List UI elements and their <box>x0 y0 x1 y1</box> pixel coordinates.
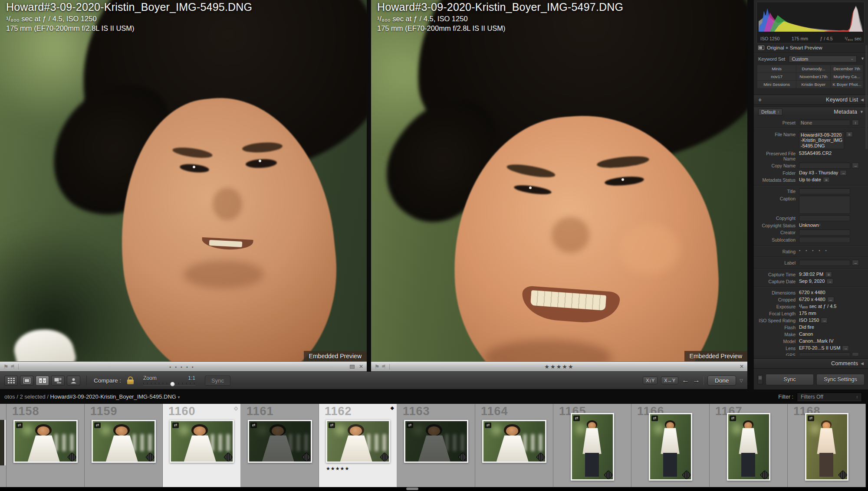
survey-view-button[interactable] <box>51 376 65 386</box>
up-down-icon[interactable]: ↕ <box>819 223 821 227</box>
smart-preview-status[interactable]: Original + Smart Preview <box>758 45 822 50</box>
breadcrumb[interactable]: otos / 2 selected / Howard#3-09-2020-Kri… <box>4 393 180 400</box>
keyword-cell[interactable]: Mini Sessions <box>757 81 796 88</box>
filmstrip-cell[interactable]: 1161 ⇄ <box>241 404 319 487</box>
filter-dropdown[interactable]: Filters Off ↕ <box>797 393 862 401</box>
metadata-view-selector[interactable]: Default ↕ <box>758 108 783 115</box>
filmstrip-scrollbar-handle[interactable] <box>406 488 418 490</box>
keyword-set-caret-icon[interactable]: ▼ <box>861 56 865 61</box>
field-action-icon[interactable]: ≡ <box>825 272 832 277</box>
field-action-icon[interactable]: → <box>827 297 834 302</box>
collection-badge-icon[interactable]: ⇄ <box>329 422 335 428</box>
zoom-ratio[interactable]: 1:1 <box>188 375 195 381</box>
swap-select-candidate-button[interactable]: X↕Y <box>643 376 658 384</box>
reject-flag-icon[interactable]: ⚑ <box>10 364 15 370</box>
collection-badge-icon[interactable]: ⇄ <box>651 416 658 421</box>
field-action-icon[interactable]: → <box>852 163 859 168</box>
autosync-toggle[interactable] <box>757 375 763 384</box>
field-action-icon[interactable]: → <box>826 278 833 284</box>
keyword-cell[interactable]: Minis <box>757 65 796 72</box>
filmstrip-cell[interactable]: 1160 ◇ ⇄ <box>163 404 241 487</box>
field-action-icon[interactable]: → <box>852 352 859 356</box>
photo-thumbnail[interactable]: ⇄ <box>805 413 848 481</box>
collection-badge-icon[interactable]: ⇄ <box>94 422 101 428</box>
star-rating[interactable]: ★★★★★ <box>326 466 349 471</box>
photo-thumbnail[interactable]: ⇄ <box>170 420 234 463</box>
photo-thumbnail[interactable]: ⇄ <box>92 420 156 463</box>
sync-settings-button[interactable]: Sync Settings <box>816 374 865 385</box>
file-name-field[interactable]: Howard#3-09-2020-Kristin_Boyer_IMG-5495.… <box>799 131 844 150</box>
collection-badge-icon[interactable]: ⇄ <box>485 422 491 428</box>
collection-badge-icon[interactable]: ⇄ <box>16 422 23 428</box>
histogram-panel[interactable]: ISO 1250 175 mm ƒ / 4.5 ¹/₈₀₀ sec <box>756 2 865 43</box>
filmstrip-cell[interactable]: 1164 ⇄ <box>475 404 553 487</box>
photo-thumbnail[interactable]: ⇄ <box>649 413 692 481</box>
filmstrip-cell[interactable]: 1163 ⇄ <box>397 404 475 487</box>
candidate-photo[interactable]: Howard#3-09-2020-Kristin_Boyer_IMG-5497.… <box>371 0 747 361</box>
reject-flag-icon[interactable]: ⚑ <box>381 364 386 370</box>
filmstrip-cell[interactable]: 1166 ⇄ <box>631 404 710 487</box>
keyword-cell[interactable]: November17th <box>796 73 830 80</box>
done-button[interactable]: Done <box>707 376 736 386</box>
star-rating[interactable]: ★★★★★ <box>544 363 574 370</box>
file-name-action-icon[interactable]: ≡ <box>846 131 853 137</box>
keyword-set-dropdown[interactable]: Custom ⌄ <box>789 56 857 62</box>
next-photo-button[interactable]: → <box>693 376 700 385</box>
keyword-cell[interactable]: K Boyer Phot... <box>831 81 863 88</box>
deselect-icon[interactable]: ✕ <box>740 364 744 369</box>
photo-thumbnail[interactable]: ⇄ <box>404 420 468 463</box>
collapse-left-icon[interactable]: ◀ <box>861 98 864 102</box>
field-action-icon[interactable]: → <box>840 170 847 176</box>
filmstrip-cell[interactable]: 1158 ⇄ <box>7 404 85 487</box>
make-select-button[interactable]: X↔Y <box>661 376 678 384</box>
filmstrip-cell[interactable]: 1159 ⇄ <box>85 404 163 487</box>
photo-thumbnail[interactable]: ⇄ <box>326 420 390 463</box>
toolbar-options-caret[interactable]: ▽ <box>740 378 743 383</box>
photo-thumbnail[interactable]: ⇄ <box>482 420 546 463</box>
preset-stepper-icon[interactable]: ↕ <box>852 120 859 125</box>
panel-scrollbar[interactable] <box>865 45 868 149</box>
field-action-icon[interactable]: → <box>852 260 859 265</box>
pick-flag-icon[interactable]: ⚑ <box>375 364 380 370</box>
people-view-button[interactable] <box>67 376 80 386</box>
lock-icon[interactable] <box>127 380 134 384</box>
collection-badge-icon[interactable]: ⇄ <box>573 416 580 421</box>
filmstrip-scrollbar-track[interactable] <box>0 487 868 491</box>
selection-diamond-marker[interactable]: ◆ <box>391 405 394 411</box>
collection-badge-icon[interactable]: ⇄ <box>250 422 257 428</box>
previous-photo-button[interactable]: ← <box>682 376 689 385</box>
filmstrip-cell[interactable]: 1167 ⇄ <box>710 404 788 487</box>
keyword-cell[interactable]: Dunwoody... <box>796 65 830 72</box>
field-action-icon[interactable]: → <box>821 318 828 323</box>
keyword-cell[interactable]: December 7th <box>831 65 863 72</box>
photo-thumbnail[interactable]: ⇄ <box>248 420 312 463</box>
collection-badge-icon[interactable]: ⇄ <box>172 422 179 428</box>
photo-thumbnail[interactable]: ⇄ <box>571 413 614 481</box>
collection-badge-icon[interactable]: ⇄ <box>730 416 736 421</box>
zoom-slider[interactable] <box>143 383 195 386</box>
keyword-cell[interactable]: Murphey Ca... <box>831 73 863 80</box>
select-photo[interactable]: Howard#3-09-2020-Kristin_Boyer_IMG-5495.… <box>0 0 367 361</box>
collection-badge-icon[interactable]: ⇄ <box>808 416 814 421</box>
filmstrip-cell[interactable]: 1168 ⇄ <box>788 404 866 487</box>
selection-diamond-marker[interactable]: ◇ <box>234 405 238 411</box>
filmstrip-cell[interactable] <box>0 404 7 487</box>
preset-dropdown[interactable]: None <box>799 120 850 126</box>
metadata-header[interactable]: Default ↕ Metadata ▼ <box>754 107 868 117</box>
pick-flag-icon[interactable]: ⚑ <box>3 364 9 370</box>
filmstrip-cell[interactable]: 1165 ⇄ <box>553 404 631 487</box>
rating-dots[interactable]: ••••• <box>169 364 197 370</box>
collection-badge-icon[interactable]: ⇄ <box>407 422 413 428</box>
keyword-cell[interactable]: nov17 <box>757 73 796 80</box>
add-keyword-icon[interactable]: + <box>758 96 762 103</box>
deselect-icon[interactable]: ✕ <box>359 364 363 369</box>
sync-button[interactable]: Sync <box>766 374 814 385</box>
grid-view-button[interactable] <box>4 376 18 386</box>
keyword-list-header[interactable]: + Keyword List ◀ <box>754 95 868 105</box>
compare-view-button[interactable]: XY <box>36 376 49 386</box>
photo-thumbnail[interactable]: ⇄ <box>13 420 78 463</box>
zoom-slider-thumb[interactable] <box>170 382 175 386</box>
expand-down-icon[interactable]: ▼ <box>860 110 864 114</box>
collapse-left-icon[interactable]: ◀ <box>861 361 864 366</box>
photo-thumbnail[interactable]: ⇄ <box>727 413 770 481</box>
